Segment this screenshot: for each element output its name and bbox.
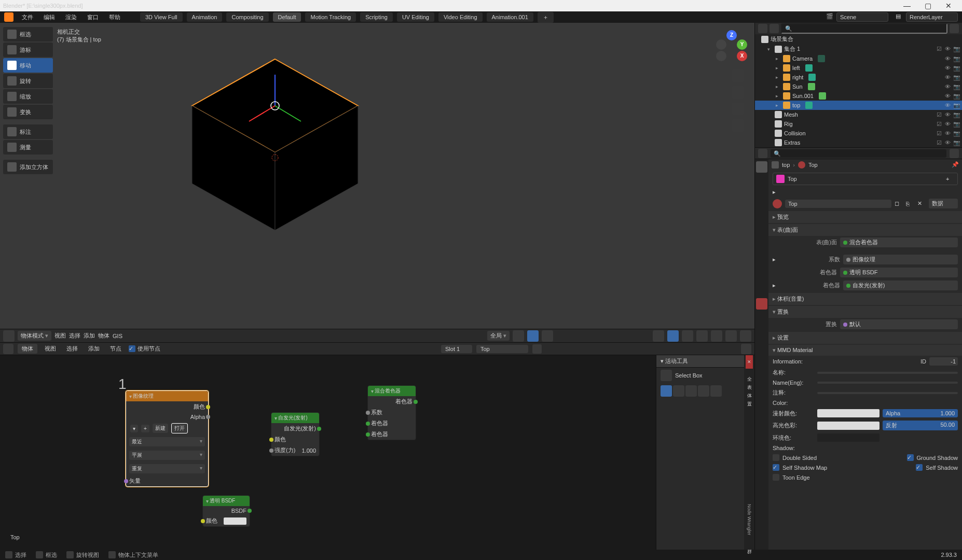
workspace-tab-active[interactable]: Default [273,12,301,22]
snap-icon[interactable] [726,344,737,354]
menu-window[interactable]: 窗口 [83,12,103,22]
displacement-dropdown[interactable]: 默认 [840,319,958,329]
extension-dropdown[interactable]: 重复 [129,464,205,473]
tool-box-select[interactable]: 框选 [3,27,53,41]
menu-help[interactable]: 帮助 [105,12,125,22]
color-swatch[interactable] [224,517,246,525]
select-extend-icon[interactable] [673,385,684,397]
ptab-viewlayer-icon[interactable] [756,186,767,198]
outliner-row[interactable]: ▸Sun👁📷 [755,82,962,91]
vtab-node-wrangler[interactable]: Node Wrangler [746,498,753,541]
link-dropdown[interactable]: 数据 [929,199,958,208]
axis-neg-icon[interactable] [716,51,726,61]
tool-scale[interactable]: 缩放 [3,89,53,104]
node-canvas[interactable]: 1 2 图像纹理 颜色 Alpha ▾ + 新建 打开 最近 平展 重复 [0,355,754,550]
pin-icon[interactable]: 📌 [952,161,959,169]
node-image-texture[interactable]: 图像纹理 颜色 Alpha ▾ + 新建 打开 最近 平展 重复 矢量 [126,390,209,487]
workspace-tab[interactable]: Motion Tracking [305,12,356,22]
tool-add-cube[interactable]: 添加立方体 [3,160,53,174]
copy-icon[interactable]: ⎘ [906,201,914,207]
select-set-icon[interactable] [661,385,672,397]
vp-menu-view[interactable]: 视图 [54,332,66,340]
node-header[interactable]: 透明 BSDF [203,496,250,506]
node-header[interactable]: 自发光(发射) [271,413,319,423]
eye-icon[interactable]: 👁 [945,111,952,118]
xray-icon[interactable] [682,330,693,342]
minimize-button[interactable]: — [897,2,917,10]
editor-type-icon[interactable] [3,330,15,342]
axis-z-icon[interactable]: Z [726,30,737,40]
vtab-item[interactable]: 体 [745,385,754,394]
viewlayer-name[interactable]: RenderLayer [906,12,958,22]
zoom-icon[interactable] [732,69,744,82]
options-icon[interactable] [950,149,959,158]
mmd-comment-field[interactable] [817,392,958,394]
sh-menu-select[interactable]: 选择 [63,344,81,354]
workspace-tab[interactable]: UV Editing [397,12,434,22]
node-emission[interactable]: 自发光(发射) 自发光(发射) 颜色 强度(力)1.000 [271,412,320,456]
tool-move[interactable]: 移动 [3,58,53,73]
panel-displacement[interactable]: 置换 [768,306,962,318]
toon-edge-checkbox[interactable] [773,474,779,481]
vtab-item[interactable]: 表 [745,377,754,385]
use-nodes-checkbox[interactable]: ✓使用节点 [129,345,160,353]
socket-icon[interactable] [366,422,370,426]
workspace-tab[interactable]: Scripting [360,12,393,22]
material-slot-dropdown[interactable]: Slot 1 [441,345,472,353]
panel-mmd-material[interactable]: MMD Material [768,345,962,356]
unlink-icon[interactable]: ✕ [917,200,926,207]
checkbox-icon[interactable]: ☑ [937,111,943,118]
outliner-row[interactable]: ▸Sun.001👁📷 [755,91,962,101]
outliner-row-selected[interactable]: ▸top👁📷 [755,101,962,110]
tool-cursor[interactable]: 游标 [3,43,53,57]
node-header[interactable]: 图像纹理 [126,391,208,401]
viewport-cube-object[interactable] [187,54,363,230]
tool-rotate[interactable]: 旋转 [3,74,53,88]
eye-icon[interactable]: 👁 [945,121,952,128]
socket-icon[interactable] [269,449,273,453]
ptab-data-icon[interactable] [756,286,767,297]
workspace-tab[interactable]: Animation [187,12,223,22]
image-new-button[interactable]: 新建 [153,424,168,433]
ptab-scene-icon[interactable] [756,199,767,210]
eye-icon[interactable]: 👁 [945,93,952,100]
eye-icon[interactable]: 👁 [945,102,952,109]
camera-icon[interactable]: 📷 [953,55,960,62]
outliner-row[interactable]: ▸right👁📷 [755,73,962,82]
shading-rendered-icon[interactable] [740,330,751,342]
shading-wireframe-icon[interactable] [696,330,708,342]
self-shadow-checkbox[interactable]: ✓ [916,464,923,471]
ptab-render-icon[interactable] [756,161,767,173]
shader1-dropdown[interactable]: 透明 BSDF [840,268,958,277]
slot-add-button[interactable]: + [946,176,954,182]
tool-transform[interactable]: 变换 [3,105,53,119]
ambient-color[interactable] [817,433,879,442]
snap-icon[interactable] [527,330,539,342]
eye-icon[interactable]: 👁 [945,83,952,90]
socket-icon[interactable] [248,509,252,513]
camera-icon[interactable]: 📷 [953,65,960,72]
socket-icon[interactable] [366,432,370,437]
axis-neg-icon[interactable] [716,39,726,50]
mmd-name-eng-field[interactable] [817,382,958,384]
checkbox-icon[interactable]: ☑ [937,130,943,137]
perspective-icon[interactable] [732,119,744,132]
outliner-row[interactable]: Collision☑👁📷 [755,129,962,138]
outliner-row[interactable]: Rig☑👁📷 [755,119,962,129]
outliner-row[interactable]: ▸left👁📷 [755,63,962,73]
ground-shadow-checkbox[interactable]: ✓ [907,454,914,461]
socket-icon[interactable] [366,411,370,415]
mode-dropdown[interactable]: 物体模式 [18,331,51,341]
display-mode-icon[interactable] [769,24,779,33]
vtab-item[interactable]: 全 [745,369,754,377]
scene-name[interactable]: Scene [836,12,888,22]
ptab-modifier-icon[interactable] [756,236,767,247]
eye-icon[interactable]: 👁 [945,130,952,137]
scene-selector[interactable]: 🎬 Scene [826,12,888,22]
pan-icon[interactable] [732,86,744,99]
socket-icon[interactable] [206,415,210,419]
select-subtract-icon[interactable] [685,385,697,397]
camera-icon[interactable]: 📷 [953,74,960,81]
orientation-dropdown[interactable]: 全局 [487,331,510,341]
workspace-tab[interactable]: Video Editing [438,12,483,22]
